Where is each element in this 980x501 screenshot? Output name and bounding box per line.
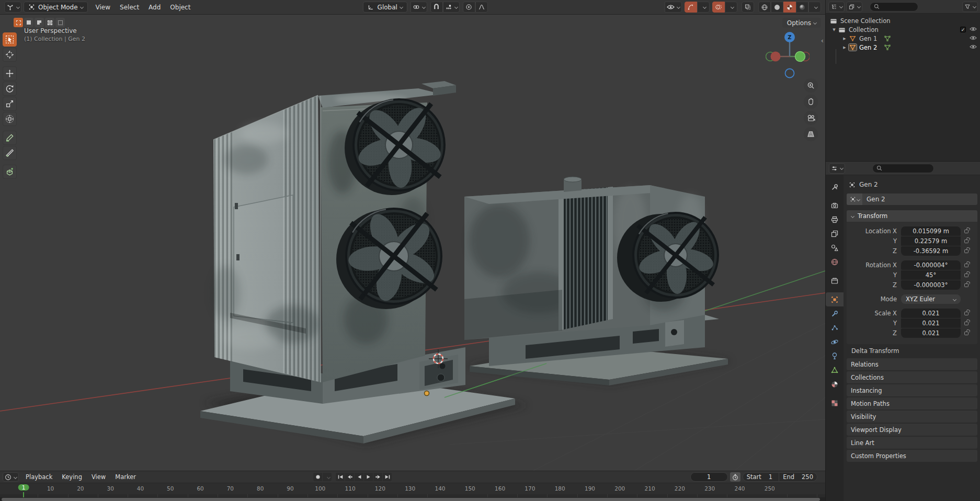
tool-select-box[interactable] (3, 32, 17, 47)
lock-icon[interactable] (964, 312, 968, 315)
eye-icon[interactable] (970, 44, 977, 51)
location-x-field[interactable]: 0.015099 m (901, 226, 961, 236)
timeline-editor-type-button[interactable] (3, 472, 19, 482)
collapsed-panel-header[interactable]: Collections (847, 371, 977, 383)
outliner-row-scene-collection[interactable]: Scene Collection (826, 16, 980, 25)
shading-rendered-button[interactable] (796, 2, 808, 13)
select-mode-extend[interactable] (24, 18, 33, 27)
select-mode-subtract[interactable] (35, 18, 44, 27)
proportional-editing-toggle[interactable] (463, 2, 475, 13)
eye-icon[interactable] (970, 35, 977, 42)
show-gizmo-toggle[interactable] (685, 2, 697, 13)
location-z-field[interactable]: -0.36592 m (901, 246, 961, 256)
rotation-mode-dropdown[interactable]: XYZ Euler (901, 294, 961, 304)
jump-to-start-button[interactable] (336, 473, 345, 481)
collapsed-panel-header[interactable]: Visibility (847, 411, 977, 423)
disclosure-right-icon[interactable]: ▶ (841, 37, 848, 41)
selectability-visibility-dropdown[interactable] (665, 2, 682, 13)
select-mode-intersect[interactable] (55, 18, 65, 27)
collapsed-panel-header[interactable]: Custom Properties (847, 450, 977, 462)
outliner-search[interactable] (870, 2, 918, 12)
viewport-scene[interactable] (0, 15, 825, 471)
object-name-field[interactable]: Gen 2 (847, 193, 977, 205)
tool-scale[interactable] (3, 97, 17, 111)
tool-move[interactable] (3, 66, 17, 81)
collapsed-panel-header[interactable]: Motion Paths (847, 397, 977, 409)
object-id-dropdown[interactable] (847, 193, 862, 205)
tab-scene[interactable] (826, 241, 844, 255)
record-button[interactable] (313, 473, 322, 481)
shading-dropdown[interactable] (808, 2, 821, 13)
menu-item[interactable]: Select (115, 4, 144, 11)
breadcrumb-object-name[interactable]: Gen 2 (859, 181, 878, 188)
xray-toggle[interactable] (742, 2, 754, 13)
tab-view-layer[interactable] (826, 226, 844, 241)
select-mode-invert[interactable] (45, 18, 54, 27)
menu-item[interactable]: View (91, 4, 115, 11)
menu-item[interactable]: Add (144, 4, 165, 11)
outliner-filter-button[interactable] (962, 2, 978, 12)
timeline-menu-item[interactable]: Keying (57, 473, 87, 481)
rotation-z-field[interactable]: -0.000003° (901, 280, 961, 290)
ortho-grid-button[interactable] (804, 127, 818, 141)
scale-y-field[interactable]: 0.021 (901, 318, 961, 328)
mode-dropdown[interactable]: Object Mode (24, 2, 88, 13)
collapsed-panel-header[interactable]: Line Art (847, 437, 977, 449)
tab-material[interactable] (826, 377, 844, 391)
timeline-menu-item[interactable]: View (87, 473, 110, 481)
tab-texture[interactable] (826, 396, 844, 410)
autokey-dropdown[interactable] (323, 473, 332, 481)
outliner-editor-type-button[interactable] (828, 2, 845, 12)
tool-annotate[interactable] (3, 131, 17, 145)
eye-icon[interactable] (970, 26, 977, 33)
zoom-view-button[interactable] (804, 78, 818, 93)
lock-icon[interactable] (964, 283, 968, 287)
show-overlays-toggle[interactable] (712, 2, 725, 13)
tab-tool[interactable] (826, 179, 844, 193)
jump-to-end-button[interactable] (383, 473, 392, 481)
disclosure-down-icon[interactable]: ▼ (831, 28, 837, 32)
transform-panel-header[interactable]: Transform (847, 210, 977, 222)
properties-search[interactable] (872, 164, 934, 173)
preview-range-button[interactable] (730, 472, 740, 482)
lock-icon[interactable] (964, 332, 968, 335)
sidebar-collapse-arrow[interactable]: ‹ (821, 37, 824, 44)
transform-orientation-dropdown[interactable]: Global (363, 2, 407, 13)
play-reverse-button[interactable] (355, 473, 363, 481)
lock-icon[interactable] (964, 264, 968, 267)
shading-material-button[interactable] (783, 2, 796, 13)
properties-editor-type-button[interactable] (829, 163, 845, 174)
viewport-3d[interactable]: Options ‹ User Perspective (1) Collectio… (0, 15, 825, 471)
lock-icon[interactable] (964, 274, 968, 277)
location-y-field[interactable]: 0.22579 m (901, 236, 961, 246)
outliner-row-gen2[interactable]: ▶ Gen 2 (826, 43, 980, 52)
lock-icon[interactable] (964, 322, 968, 325)
tab-particles[interactable] (826, 321, 844, 335)
tab-output[interactable] (826, 212, 844, 226)
scale-x-field[interactable]: 0.021 (901, 309, 961, 318)
tab-object-data[interactable] (826, 363, 844, 377)
lock-icon[interactable] (964, 230, 968, 233)
snap-target-dropdown[interactable] (443, 2, 460, 13)
outliner-row-gen1[interactable]: ▶ Gen 1 (826, 34, 980, 43)
outliner-display-mode-button[interactable] (846, 2, 862, 12)
tab-collection[interactable] (826, 274, 844, 288)
snap-toggle[interactable] (430, 2, 443, 13)
navigation-gizmo[interactable]: Z (766, 31, 810, 81)
collapsed-panel-header[interactable]: Viewport Display (847, 424, 977, 436)
options-dropdown[interactable]: Options (782, 18, 821, 28)
rotation-y-field[interactable]: 45° (901, 270, 961, 280)
tool-add-cube[interactable] (3, 165, 17, 179)
tab-physics[interactable] (826, 335, 844, 349)
play-button[interactable] (364, 473, 373, 481)
overlays-dropdown[interactable] (725, 2, 737, 13)
start-value[interactable]: 1 (765, 473, 779, 481)
timeline-scrollbar-thumb[interactable] (2, 498, 820, 501)
collection-checkbox[interactable]: ✓ (960, 27, 966, 32)
current-frame-field[interactable]: 1 (690, 472, 728, 482)
tool-cursor[interactable] (3, 48, 17, 62)
timeline-ruler[interactable]: 1102030405060708090100110120130140150160… (0, 483, 825, 494)
shading-solid-button[interactable] (771, 2, 783, 13)
collapsed-panel-header[interactable]: Instancing (847, 384, 977, 396)
timeline-menu-item[interactable]: Playback (21, 473, 57, 481)
